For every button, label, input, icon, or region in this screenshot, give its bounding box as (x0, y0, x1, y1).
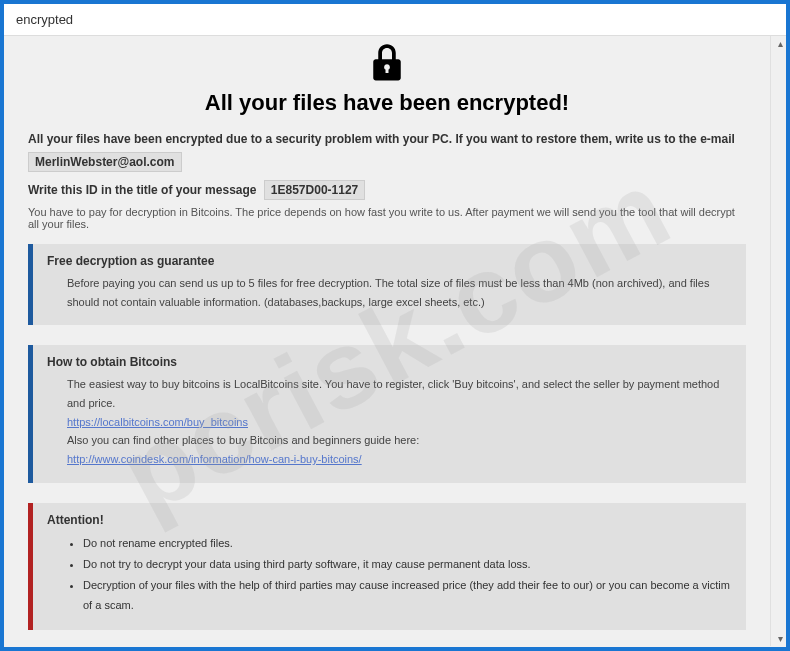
bitcoins-link2[interactable]: http://www.coindesk.com/information/how-… (67, 453, 362, 465)
bitcoins-line1: The easiest way to buy bitcoins is Local… (67, 375, 732, 412)
contact-email: MerlinWebster@aol.com (28, 152, 182, 172)
attention-title: Attention! (47, 513, 732, 527)
scroll-down-icon[interactable]: ▾ (778, 633, 783, 644)
guarantee-body: Before paying you can send us up to 5 fi… (47, 274, 732, 311)
guarantee-title: Free decryption as guarantee (47, 254, 732, 268)
bitcoins-link1[interactable]: https://localbitcoins.com/buy_bitcoins (67, 416, 248, 428)
list-item: Do not rename encrypted files. (83, 533, 732, 554)
vertical-scrollbar[interactable]: ▴ ▾ (770, 36, 786, 646)
content-area: ▴ ▾ pcrisk.com All your files have been … (4, 36, 786, 646)
lock-icon (372, 44, 402, 82)
intro-text: All your files have been encrypted due t… (28, 132, 746, 146)
id-prefix: Write this ID in the title of your messa… (28, 183, 257, 197)
window-title-bar: encrypted (4, 4, 786, 36)
scroll-up-icon[interactable]: ▴ (778, 38, 783, 49)
bitcoins-body: The easiest way to buy bitcoins is Local… (47, 375, 732, 468)
list-item: Do not try to decrypt your data using th… (83, 554, 732, 575)
id-value: 1E857D00-1127 (264, 180, 365, 200)
guarantee-box: Free decryption as guarantee Before payi… (28, 244, 746, 325)
bitcoins-title: How to obtain Bitcoins (47, 355, 732, 369)
id-instruction: Write this ID in the title of your messa… (28, 180, 746, 200)
main-content: All your files have been encrypted! All … (4, 36, 770, 646)
window-title: encrypted (16, 12, 73, 27)
bitcoins-line2: Also you can find other places to buy Bi… (67, 431, 732, 450)
attention-box: Attention! Do not rename encrypted files… (28, 503, 746, 631)
attention-list: Do not rename encrypted files. Do not tr… (47, 533, 732, 617)
payment-note: You have to pay for decryption in Bitcoi… (28, 206, 746, 230)
bitcoins-box: How to obtain Bitcoins The easiest way t… (28, 345, 746, 482)
page-title: All your files have been encrypted! (28, 90, 746, 116)
list-item: Decryption of your files with the help o… (83, 575, 732, 617)
